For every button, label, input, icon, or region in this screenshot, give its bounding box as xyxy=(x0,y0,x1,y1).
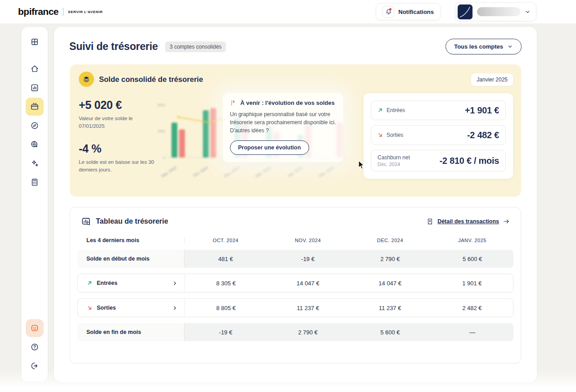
sidebar-item-assistant[interactable] xyxy=(26,319,44,337)
table-cell: 481 € xyxy=(184,250,267,268)
chevron-right-icon xyxy=(172,281,177,286)
summary-card: Entrées+1 901 €Sorties-2 482 €Cashburn n… xyxy=(364,93,513,179)
summary-row: Cashburn netDéc. 2024-2 810 € / mois xyxy=(371,150,506,171)
grid-icon xyxy=(30,37,39,46)
svg-text:Nov. 2024: Nov. 2024 xyxy=(223,165,240,178)
trend-value: -4 % xyxy=(79,142,154,155)
summary-label: Entrées xyxy=(387,107,405,113)
balance-caption: Valeur de votre solde le 07/01/2025 xyxy=(79,115,154,130)
mouse-cursor xyxy=(358,160,367,170)
account-avatar xyxy=(458,5,472,19)
svg-text:0: 0 xyxy=(163,156,166,160)
table-cell: 5 600 € xyxy=(431,250,513,268)
svg-text:250k: 250k xyxy=(158,129,166,133)
row-label-cell[interactable]: Entrées xyxy=(78,274,185,292)
layers-icon xyxy=(79,72,94,87)
summary-label: Sorties xyxy=(387,132,403,138)
sidebar-item-compass[interactable] xyxy=(26,117,44,135)
notifications-button[interactable]: Notifications xyxy=(376,3,441,20)
sidebar-item-statistics[interactable] xyxy=(26,79,44,97)
topbar-actions: Notifications xyxy=(376,2,536,21)
propose-evolution-button[interactable]: Proposer une évolution xyxy=(230,140,309,155)
table-row: Solde en début de mois481 €-19 €2 790 €5… xyxy=(77,250,513,268)
sidebar-item-ai[interactable] xyxy=(26,154,44,172)
table-cell: 14 047 € xyxy=(267,274,349,292)
coming-soon-card: À venir : l'évolution de vos soldes Un g… xyxy=(223,93,343,162)
account-name-redacted xyxy=(477,7,520,16)
row-label: Solde en fin de mois xyxy=(86,329,141,335)
svg-text:Sep. 2024: Sep. 2024 xyxy=(160,165,177,178)
sidebar-item-web[interactable] xyxy=(26,135,44,153)
table-cell: 2 790 € xyxy=(267,323,349,341)
consolidated-balance-panel: Solde consolidé de trésorerie Janvier 20… xyxy=(70,64,521,197)
table-cell: 11 237 € xyxy=(267,299,349,317)
summary-value: +1 901 € xyxy=(465,105,499,116)
chevron-right-icon xyxy=(172,306,177,311)
logout-icon xyxy=(30,361,39,370)
balance-value: +5 020 € xyxy=(79,99,154,112)
brand-divider xyxy=(63,8,63,16)
sidebar-item-help[interactable] xyxy=(26,338,44,356)
summary-label-stack: Cashburn netDéc. 2024 xyxy=(378,154,410,167)
sidebar xyxy=(22,27,48,382)
transactions-detail-label: Détail des transactions xyxy=(437,218,499,225)
column-header: NOV. 2024 xyxy=(267,238,349,243)
row-label: Sorties xyxy=(97,305,116,311)
summary-value: -2 482 € xyxy=(467,130,499,140)
treasury-table-panel: Tableau de trésorerie Détail des transac… xyxy=(70,207,521,364)
table-panel-header: Tableau de trésorerie Détail des transac… xyxy=(77,216,513,235)
table-cell: -19 € xyxy=(184,323,267,341)
column-header: DÉC. 2024 xyxy=(349,238,432,243)
page-title: Suivi de trésorerie xyxy=(69,41,158,53)
row-label-cell: Solde en fin de mois xyxy=(77,323,184,341)
chevron-down-icon xyxy=(507,44,513,50)
summary-row: Entrées+1 901 € xyxy=(371,100,506,120)
globe-cursor-icon xyxy=(30,140,39,149)
period-badge: Janvier 2025 xyxy=(471,73,513,86)
table-cell: 8 305 € xyxy=(185,274,267,292)
sidebar-item-treasury[interactable] xyxy=(26,98,44,116)
sidebar-item-modules[interactable] xyxy=(26,33,44,51)
transactions-detail-link[interactable]: Détail des transactions xyxy=(426,218,510,225)
sidebar-item-home[interactable] xyxy=(26,60,44,78)
arrow-up-right-icon xyxy=(378,108,383,113)
table-row[interactable]: Sorties8 805 €11 237 €11 237 €2 482 € xyxy=(77,298,513,317)
table-cell: 14 047 € xyxy=(349,274,431,292)
row-label-cell: Solde en début de mois xyxy=(77,250,184,268)
flag-icon xyxy=(230,99,237,106)
topbar: bpifrance SERVIR L'AVENIR Notifications xyxy=(0,0,576,23)
arrow-down-right-icon xyxy=(378,132,383,138)
sparkles-icon xyxy=(30,159,39,168)
compass-icon xyxy=(30,121,39,130)
home-icon xyxy=(30,64,39,73)
consolidated-accounts-badge: 3 comptes consolidés xyxy=(165,41,226,52)
table-row[interactable]: Entrées8 305 €14 047 €14 047 €1 901 € xyxy=(77,274,513,293)
table-row: Solde en fin de mois-19 €2 790 €5 600 €— xyxy=(77,323,513,341)
balance-panel-title: Solde consolidé de trésorerie xyxy=(99,75,203,84)
table-cell: 2 790 € xyxy=(349,250,432,268)
coming-soon-title: À venir : l'évolution de vos soldes xyxy=(240,99,335,106)
sidebar-item-logout[interactable] xyxy=(26,357,44,375)
summary-label-group: Sorties xyxy=(378,132,403,138)
chevron-down-icon xyxy=(525,9,531,15)
table-panel-title: Tableau de trésorerie xyxy=(96,217,168,225)
card-transfer-icon xyxy=(30,102,39,111)
account-selector[interactable] xyxy=(455,2,536,21)
mascot-icon xyxy=(30,323,40,333)
sidebar-item-invoices[interactable] xyxy=(26,173,44,191)
svg-text:Jan. 2025: Jan. 2025 xyxy=(287,165,303,178)
summary-row: Sorties-2 482 € xyxy=(371,125,506,145)
row-label: Solde en début de mois xyxy=(86,256,149,262)
row-label-cell[interactable]: Sorties xyxy=(78,299,185,317)
balance-panel-header: Solde consolidé de trésorerie xyxy=(79,72,203,87)
accounts-filter-button[interactable]: Tous les comptes xyxy=(446,39,522,54)
help-icon xyxy=(30,342,39,351)
column-header: OCT. 2024 xyxy=(184,238,267,243)
table-cell: 2 482 € xyxy=(431,299,513,317)
svg-text:Déc. 2024: Déc. 2024 xyxy=(255,165,272,178)
summary-value: -2 810 € / mois xyxy=(440,156,499,166)
column-header-label: Les 4 derniers mois xyxy=(77,237,184,243)
accounts-filter-label: Tous les comptes xyxy=(454,43,503,50)
table-cell: 1 901 € xyxy=(431,274,513,292)
coming-soon-body: Un graphique personnalisé basé sur votre… xyxy=(230,110,336,135)
